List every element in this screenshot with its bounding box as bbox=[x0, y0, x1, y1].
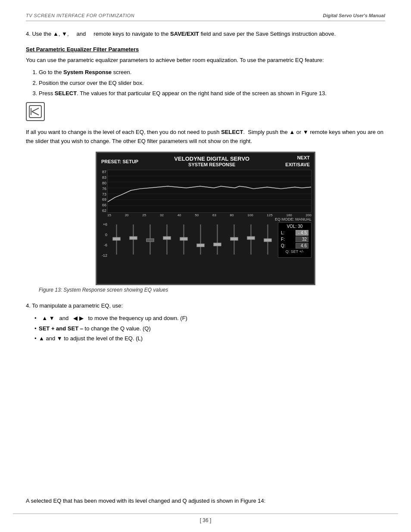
header-right-text: Digital Servo User's Manual bbox=[323, 13, 385, 18]
step4-bullets: ▲ ▼ and ◀ ▶ to move the frequency up and… bbox=[26, 314, 385, 343]
q-set-label: Q: SET +/- bbox=[281, 249, 308, 254]
svg-rect-24 bbox=[180, 237, 187, 240]
arrow-up-icon: ▲ bbox=[53, 31, 59, 37]
numbered-list: Go to the System Response screen. Positi… bbox=[26, 68, 385, 98]
f-row: F: 32 bbox=[281, 236, 308, 242]
list-item-3: Press SELECT. The values for that partic… bbox=[39, 89, 385, 98]
graph-area: 87 83 80 76 73 69 66 62 bbox=[100, 170, 311, 213]
footer-area: A selected EQ that has been moved with i… bbox=[0, 497, 411, 524]
step-intro-line: 4. Use the ▲, ▼, and remote keys to navi… bbox=[26, 30, 385, 38]
header-left-text: TV SCREEN INTERFACE FOR OPTIMIZATION bbox=[26, 13, 134, 18]
arrow-lr-icons: ◀ ▶ bbox=[73, 315, 84, 321]
list-item-1: Go to the System Response screen. bbox=[39, 68, 385, 77]
page-number-text: [ 36 ] bbox=[200, 517, 212, 523]
tv-screen-header: PRESET: SETUP VELODYNE DIGITAL SERVO SYS… bbox=[97, 153, 314, 170]
svg-rect-21 bbox=[130, 236, 137, 240]
l-row: L: - 4.5 bbox=[281, 230, 308, 236]
footer-paragraph: A selected EQ that has been moved with i… bbox=[0, 497, 411, 505]
step-intro-text: 4. Use the bbox=[26, 31, 51, 37]
tv-title-block: VELODYNE DIGITAL SERVO SYSTEM RESPONSE bbox=[174, 156, 249, 167]
vol-panel: VOL: 30 L: - 4.5 F: 32 Q: 4.6 Q: SET +/- bbox=[278, 222, 311, 258]
svg-rect-27 bbox=[230, 237, 238, 240]
slider-y-axis: +6 0 -6 -12 bbox=[100, 222, 108, 258]
figure-caption: Figure 13: System Response screen showin… bbox=[26, 287, 168, 293]
svg-rect-28 bbox=[247, 236, 255, 240]
svg-rect-23 bbox=[163, 236, 171, 240]
section-heading: Set Parametric Equalizer Filter Paramete… bbox=[26, 46, 385, 53]
note-paragraph: If all you want to change is the level o… bbox=[26, 128, 385, 146]
eq-mode-label: EQ MODE: MANUAL bbox=[97, 217, 311, 221]
x-axis: 1520253240506380100125160200 bbox=[97, 213, 311, 217]
preset-label: PRESET: SETUP bbox=[101, 159, 138, 164]
page-number: [ 36 ] bbox=[13, 513, 398, 523]
svg-rect-26 bbox=[214, 243, 221, 246]
arrow-icons: ▲ ▼ bbox=[42, 315, 54, 321]
page-header: TV SCREEN INTERFACE FOR OPTIMIZATION Dig… bbox=[26, 13, 385, 21]
step-intro-after: remote keys to navigate to the SAVE/EXIT… bbox=[93, 31, 336, 37]
and-text: and bbox=[77, 31, 86, 37]
list-item-2: Position the cursor over the EQ slider b… bbox=[39, 79, 385, 87]
save-exit-label: SAVE/EXIT bbox=[170, 31, 199, 37]
bottom-section: +6 0 -6 -12 bbox=[100, 222, 311, 258]
svg-line-2 bbox=[32, 112, 39, 115]
next-exit-block: NEXTEXIT/SAVE bbox=[285, 155, 310, 168]
svg-rect-20 bbox=[113, 237, 120, 240]
svg-rect-22 bbox=[146, 239, 154, 242]
arrow-down-icon: ▼ bbox=[62, 31, 67, 37]
sliders-area bbox=[108, 222, 276, 258]
bullet-item-3: ▲ and ▼ to adjust the level of the EQ. (… bbox=[34, 334, 385, 343]
note-icon bbox=[26, 102, 45, 121]
svg-rect-29 bbox=[264, 239, 271, 242]
vol-label: VOL: 30 bbox=[281, 224, 308, 229]
y-axis: 87 83 80 76 73 69 66 62 bbox=[100, 170, 107, 213]
bullet-item-1: ▲ ▼ and ◀ ▶ to move the frequency up and… bbox=[34, 314, 385, 323]
step4-intro: 4. To manipulate a parametric EQ, use: bbox=[26, 302, 385, 311]
tv-screen: PRESET: SETUP VELODYNE DIGITAL SERVO SYS… bbox=[96, 152, 315, 285]
bullet-item-2: SET + and SET – to change the Q value. (… bbox=[34, 324, 385, 333]
note-area bbox=[26, 102, 385, 121]
step4-section: 4. To manipulate a parametric EQ, use: ▲… bbox=[26, 302, 385, 342]
svg-rect-25 bbox=[197, 244, 204, 247]
intro-paragraph: You can use the parametric equalizer par… bbox=[26, 56, 385, 65]
graph-canvas bbox=[107, 170, 311, 213]
figure-container: PRESET: SETUP VELODYNE DIGITAL SERVO SYS… bbox=[26, 152, 385, 293]
q-row: Q: 4.6 bbox=[281, 243, 308, 249]
svg-line-1 bbox=[32, 108, 39, 112]
